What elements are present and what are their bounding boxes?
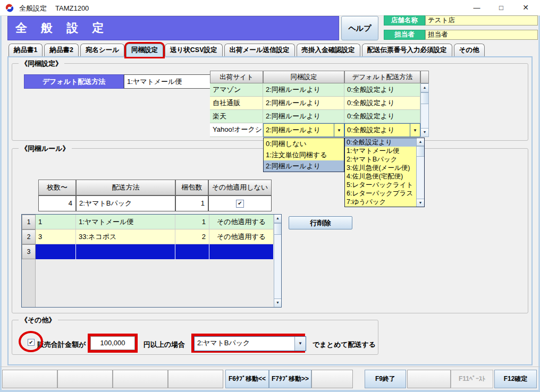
dropdown-option[interactable]: 4:佐川急便(宅配便) <box>345 172 416 181</box>
empty-function-button[interactable] <box>57 370 113 388</box>
store-name-field[interactable]: テスト店 <box>425 15 538 25</box>
table-row: 楽天 2:同梱ルールより 0:全般設定より <box>210 110 420 123</box>
tab-address-seal[interactable]: 宛名シール <box>80 44 124 57</box>
dropdown-option[interactable]: 1:ヤマトメール便 <box>345 147 416 155</box>
close-icon[interactable]: ✕ <box>513 0 538 15</box>
tab-shipping-mail[interactable]: 出荷メール送信設定 <box>224 44 295 57</box>
dropdown-option[interactable]: 6:レターパックプラス <box>345 189 416 198</box>
sheets-cell[interactable] <box>36 244 76 259</box>
bundle-cell[interactable]: 2:同梱ルールより <box>263 83 344 97</box>
f7-next-tab-button[interactable]: F7ﾀﾌﾞ移動>> <box>269 370 311 388</box>
window-border-bottom <box>0 390 540 392</box>
scroll-up-icon[interactable]: ▲ <box>274 215 281 223</box>
packs-input[interactable]: 1 <box>175 195 208 211</box>
scroll-down-icon[interactable]: ▼ <box>421 128 428 137</box>
empty-function-button[interactable] <box>311 370 353 388</box>
f11-paste-button: F11ﾍﾟｰｽﾄ <box>451 370 493 388</box>
row-header[interactable]: 3 <box>22 244 36 259</box>
f12-confirm-button[interactable]: F12確定 <box>494 370 537 388</box>
scrollbar-track <box>417 157 424 199</box>
minimize-icon[interactable]: — <box>465 0 489 15</box>
delivery-cell[interactable]: 0:全般設定より <box>344 110 420 123</box>
annotation-circle <box>19 331 43 352</box>
packs-cell[interactable]: 1 <box>175 215 209 229</box>
empty-function-button[interactable] <box>2 370 57 388</box>
table-row: 自社通販 2:同梱ルールより 0:全般設定より <box>210 97 420 110</box>
delete-row-button[interactable]: 行削除 <box>289 216 352 229</box>
method-cell[interactable] <box>76 244 175 259</box>
empty-function-button[interactable] <box>113 370 168 388</box>
dropdown-option-selected[interactable]: 2:同梱ルールより <box>264 160 344 172</box>
bundle-combobox-value: 2:同梱ルールより <box>266 126 320 134</box>
tab-slip-number-required[interactable]: 配送伝票番号入力必須設定 <box>362 44 452 57</box>
dropdown-option[interactable]: 7:ゆうパック <box>345 198 416 206</box>
rules-grid-scrollbar: ▲ ▼ <box>274 215 281 307</box>
staff-field[interactable]: 担当者 <box>425 30 538 40</box>
site-cell[interactable]: Yahoo!オークシ... <box>210 123 263 137</box>
scrollbar-thumb[interactable] <box>421 92 428 104</box>
dropdown-option[interactable]: 5:レターパックライト <box>345 181 416 189</box>
site-cell[interactable]: アマゾン <box>210 83 263 97</box>
scroll-up-icon[interactable]: ▲ <box>417 138 424 146</box>
chevron-down-icon[interactable]: ▼ <box>294 337 306 351</box>
row-header[interactable]: 1 <box>22 215 36 229</box>
f9-exit-button[interactable]: F9終了 <box>365 370 406 388</box>
amount-input[interactable]: 100,000 <box>90 336 135 350</box>
bundle-combobox[interactable]: 2:同梱ルールより ▼ <box>263 123 344 137</box>
scrollbar-thumb[interactable] <box>274 223 281 235</box>
rules-grid-body: 1 1:ヤマトメール便 1 その他適用する 3 33:ネコポス 2 その他適用す… <box>36 215 274 307</box>
site-cell[interactable]: 楽天 <box>210 110 263 123</box>
dropdown-option-selected[interactable]: 0:全般設定より <box>345 138 416 147</box>
method-input[interactable]: 2:ヤマトBパック <box>76 195 175 211</box>
method-cell[interactable]: 1:ヤマトメール便 <box>76 215 175 229</box>
bundle-cell[interactable]: 2:同梱ルールより <box>263 97 344 110</box>
column-header-site: 出荷サイト <box>210 71 263 83</box>
rules-header-row: 枚数〜 配送方法 梱包数 その他適用しない <box>38 180 272 195</box>
default-method-combobox[interactable]: 1:ヤマトメール便 ▼ <box>124 74 224 89</box>
tab-payment-confirm[interactable]: 売掛入金確認設定 <box>297 44 360 57</box>
sheets-input[interactable]: 4 <box>38 195 76 211</box>
default-method-value: 1:ヤマトメール便 <box>127 78 182 86</box>
other-not-apply-checkbox[interactable]: ✔ <box>236 200 244 208</box>
chevron-down-icon[interactable]: ▼ <box>410 124 420 137</box>
empty-function-button[interactable] <box>168 370 223 388</box>
scroll-down-icon[interactable]: ▼ <box>274 299 281 307</box>
other-not-apply-cell: ✔ <box>208 195 272 211</box>
other-cell[interactable]: その他適用する <box>209 215 274 229</box>
tab-delivery-note-1[interactable]: 納品書1 <box>9 44 43 57</box>
help-button[interactable]: ヘルプ <box>341 16 378 40</box>
bulk-method-combobox[interactable]: 2:ヤマトBパック ▼ <box>194 336 306 351</box>
tab-others[interactable]: その他 <box>454 44 485 57</box>
dropdown-option[interactable]: 1:注文単位同梱する <box>264 149 344 160</box>
dropdown-option[interactable]: 2:ヤマトBパック <box>345 155 416 164</box>
row-header[interactable]: 2 <box>22 229 36 244</box>
empty-function-button[interactable] <box>407 370 451 388</box>
other-cell[interactable] <box>209 244 274 259</box>
f6-prev-tab-button[interactable]: F6ﾀﾌﾞ移動<< <box>225 370 269 388</box>
delivery-cell[interactable]: 0:全般設定より <box>344 97 420 110</box>
maximize-icon[interactable]: □ <box>489 0 513 15</box>
packs-cell[interactable]: 2 <box>175 229 209 244</box>
dropdown-option[interactable]: 3:佐川急便(メール便) <box>345 164 416 172</box>
row-header-column: 1 2 3 <box>22 215 36 307</box>
chevron-down-icon[interactable]: ▼ <box>334 124 344 137</box>
delivery-combobox[interactable]: 0:全般設定より ▼ <box>344 123 420 137</box>
scroll-down-icon[interactable]: ▼ <box>417 199 424 207</box>
method-cell[interactable]: 33:ネコポス <box>76 229 175 244</box>
dropdown-scrollbar: ▲ ▼ <box>416 138 424 207</box>
scrollbar-thumb[interactable] <box>417 146 424 157</box>
site-cell[interactable]: 自社通販 <box>210 97 263 110</box>
other-cell[interactable]: その他適用する <box>209 229 274 244</box>
scroll-up-icon[interactable]: ▲ <box>421 84 428 92</box>
bundle-cell[interactable]: 2:同梱ルールより <box>263 110 344 123</box>
sheets-cell[interactable]: 3 <box>36 229 76 244</box>
default-method-label: デフォルト配送方法 <box>24 74 124 89</box>
site-table-header-row: 出荷サイト 同梱設定 デフォルト配送方法 <box>210 71 420 83</box>
tab-delivery-note-2[interactable]: 納品書2 <box>44 44 78 57</box>
packs-cell[interactable] <box>175 244 209 259</box>
delivery-cell[interactable]: 0:全般設定より <box>344 83 420 97</box>
sheets-cell[interactable]: 1 <box>36 215 76 229</box>
tab-bundling-settings[interactable]: 同梱設定 <box>126 44 163 57</box>
tab-invoice-csv[interactable]: 送り状CSV設定 <box>165 44 223 57</box>
dropdown-option[interactable]: 0:同梱しない <box>264 138 344 149</box>
